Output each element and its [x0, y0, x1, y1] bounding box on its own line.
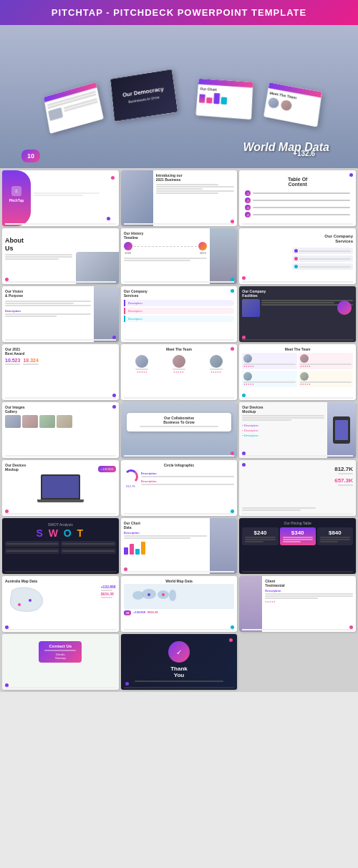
slide-client-testimonial[interactable]: ClientTestimonial Description ★★★★★	[239, 576, 356, 632]
slide-chart-data[interactable]: Our ChartData Description	[121, 518, 238, 574]
hero-slide-1	[43, 82, 103, 134]
slide-devices-mockup-2[interactable]: Our DevicesMockup +132.858	[2, 460, 119, 516]
team-member: ★★★★★	[135, 355, 148, 374]
stat-badge: +132.858	[98, 466, 116, 472]
slide-table-of-content[interactable]: Table OfContent 1 2 3 4	[239, 170, 356, 226]
svg-point-5	[169, 590, 176, 601]
slide-best-award[interactable]: Our 2021Best Award 10.523 18.324	[2, 344, 119, 400]
dot-decoration	[112, 405, 116, 409]
slide-australia-map[interactable]: Australia Map Data +132.858 $634.38	[2, 576, 119, 632]
slide-world-map[interactable]: World Map Data 10 +132.858 $634.38	[121, 576, 238, 632]
hero-stat-2: +132.6	[293, 150, 315, 157]
pitchtap-icon: ≡	[11, 186, 21, 196]
toc-item: 1	[245, 190, 350, 196]
hero-section: Our Democracy Businesses to Grow Our Cha…	[0, 25, 358, 168]
slide-company-services-1[interactable]: Our CompanyServices	[239, 228, 356, 284]
slide-pitchtap-intro[interactable]: ≡ PitchTap	[2, 170, 119, 226]
slide-introducing[interactable]: Introducing our2021 Business	[121, 170, 238, 226]
slide-thank-you[interactable]: ✓ ThankYou	[121, 634, 238, 690]
team-member: ★★★★★	[173, 355, 185, 374]
svg-point-6	[147, 593, 150, 596]
hero-stat: 10	[21, 150, 40, 162]
slide-about-us[interactable]: AboutUs	[2, 228, 119, 284]
page-title: PITCHTAP - PITCHDECK POWERPOINT TEMPLATE	[52, 7, 306, 18]
slide-circle-infographic-2[interactable]: 812.7K 657.3K	[239, 460, 356, 516]
slide-meet-team-2[interactable]: Meet The Team ★★★★★ ★★★★★ ★★★★★	[239, 344, 356, 400]
about-us-image	[76, 252, 119, 284]
dot-decoration	[107, 217, 110, 220]
slide-collaborative[interactable]: Our CollaborativeBusiness To Grow	[121, 402, 238, 458]
team-card: ★★★★★	[242, 371, 296, 387]
hero-slide-3: Our Chart	[195, 79, 253, 120]
slide-devices-mockup-1[interactable]: Our DevicesMockup • Description • Descri…	[239, 402, 356, 458]
team-card: ★★★★★	[242, 353, 296, 369]
team-card: ★★★★★	[299, 353, 353, 369]
dot-decoration	[125, 682, 129, 686]
toc-item: 2	[245, 198, 350, 203]
svg-point-7	[162, 593, 165, 596]
slide-circle-infographic-1[interactable]: Circle Infographic 812.7K Description De…	[121, 460, 238, 516]
svg-point-1	[18, 603, 21, 606]
team-card: ★★★★★	[299, 371, 353, 387]
slide-vision-purpose[interactable]: Our Vision& Purpose Description	[2, 286, 119, 342]
team-member: ★★★★★	[210, 355, 223, 374]
toc-item: 4	[245, 212, 350, 218]
hero-slide-4: Meet The Team	[263, 82, 322, 127]
page-header: PITCHTAP - PITCHDECK POWERPOINT TEMPLATE	[0, 0, 358, 25]
slide-images-gallery[interactable]: Our ImagesGallery	[2, 402, 119, 458]
toc-item: 3	[245, 205, 350, 210]
dot-decoration	[111, 176, 115, 180]
slide-company-services-2[interactable]: Our CompanyServices Description Descript…	[121, 286, 238, 342]
slide-swot[interactable]: SWOT Analysis S W O T	[2, 518, 119, 574]
slides-grid: ≡ PitchTap Introducing our2021 Business	[0, 168, 358, 692]
hero-slide-2: Our Democracy Businesses to Grow	[110, 69, 178, 122]
slide-company-facilities[interactable]: Our CompanyFacilities	[239, 286, 356, 342]
svg-point-0	[29, 599, 32, 602]
slide-contact-us[interactable]: Contact Us Details Sitemap	[2, 634, 119, 690]
hero-slides: Our Democracy Businesses to Grow Our Cha…	[63, 72, 304, 120]
slide-history-timeline[interactable]: Our HistoryTimeline 2020 2023	[121, 228, 238, 284]
dot-decoration	[349, 173, 353, 177]
slide-pricing-table[interactable]: Our Pricing Table $240 $340 $840	[239, 518, 356, 574]
hero-label: World Map Data	[243, 141, 329, 154]
slide-meet-team-1[interactable]: Meet The Team ★★★★★ ★★★★★ ★★★★★	[121, 344, 238, 400]
